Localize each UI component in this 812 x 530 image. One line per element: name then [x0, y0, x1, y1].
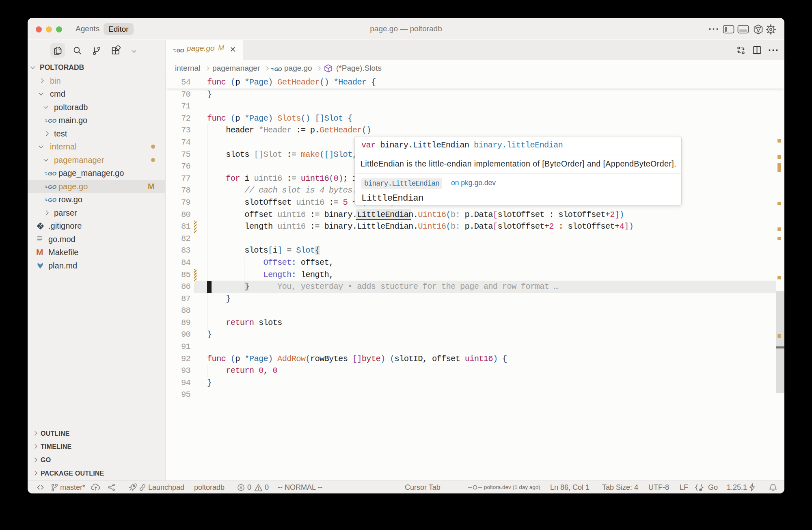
svg-text:GO: GO	[48, 197, 56, 203]
svg-text:GO: GO	[48, 171, 56, 177]
svg-text:GO: GO	[177, 48, 184, 54]
svg-text:GO: GO	[48, 118, 56, 124]
svg-text:GO: GO	[48, 184, 56, 190]
svg-text:GO: GO	[274, 66, 282, 72]
